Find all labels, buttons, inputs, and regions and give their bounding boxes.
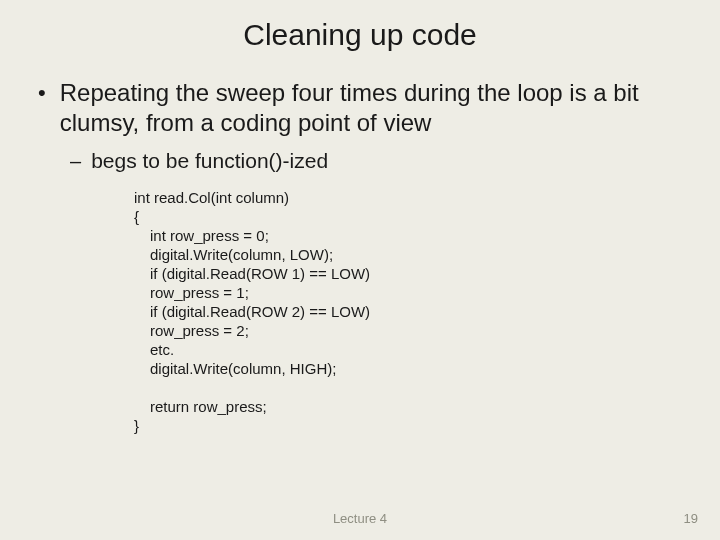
code-line: int row_press = 0;	[134, 226, 680, 245]
bullet-level-2: – begs to be function()-ized	[70, 148, 680, 174]
page-title: Cleaning up code	[40, 18, 680, 52]
code-line: int read.Col(int column)	[134, 188, 680, 207]
code-block: int read.Col(int column) { int row_press…	[134, 188, 680, 435]
footer-lecture: Lecture 4	[0, 511, 720, 526]
code-line: digital.Write(column, HIGH);	[134, 359, 680, 378]
code-line: row_press = 2;	[134, 321, 680, 340]
code-line: if (digital.Read(ROW 2) == LOW)	[134, 302, 680, 321]
code-line: if (digital.Read(ROW 1) == LOW)	[134, 264, 680, 283]
bullet-text: begs to be function()-ized	[91, 148, 328, 174]
code-line: row_press = 1;	[134, 283, 680, 302]
bullet-level-1: • Repeating the sweep four times during …	[40, 78, 680, 138]
code-line: {	[134, 207, 680, 226]
bullet-dash: –	[70, 148, 81, 174]
code-line: }	[134, 416, 680, 435]
code-blank	[134, 378, 680, 397]
bullet-dot: •	[38, 78, 46, 108]
bullet-text: Repeating the sweep four times during th…	[60, 78, 680, 138]
footer-page-number: 19	[684, 511, 698, 526]
code-line: digital.Write(column, LOW);	[134, 245, 680, 264]
code-line: return row_press;	[134, 397, 680, 416]
slide: Cleaning up code • Repeating the sweep f…	[0, 0, 720, 540]
code-line: etc.	[134, 340, 680, 359]
